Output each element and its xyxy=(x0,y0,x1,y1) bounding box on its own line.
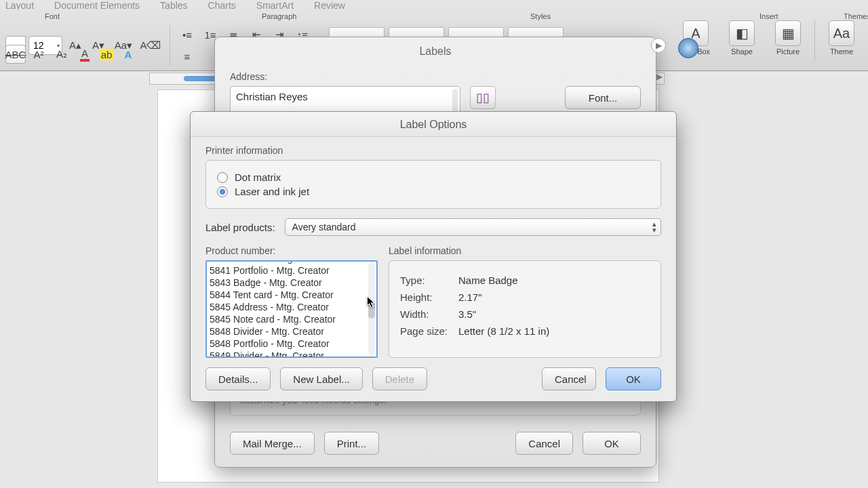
info-type-value: Name Badge xyxy=(458,274,518,286)
tab-charts[interactable]: Charts xyxy=(208,0,236,9)
info-height-value: 2.17" xyxy=(458,291,482,303)
info-width-value: 3.5" xyxy=(458,308,476,320)
tab-doc-elements[interactable]: Document Elements xyxy=(54,0,140,9)
label-products-label: Label products: xyxy=(205,222,275,233)
list-item[interactable]: 5848 Divider - Mtg. Creator xyxy=(210,325,367,338)
clear-formatting-icon[interactable]: A⌫ xyxy=(138,36,163,55)
delete-button[interactable]: Delete xyxy=(372,367,427,390)
printer-info-label: Printer information xyxy=(205,145,661,156)
radio-laser[interactable]: Laser and ink jet xyxy=(217,186,650,197)
new-label-button[interactable]: New Label... xyxy=(280,367,362,390)
labels-cancel-button[interactable]: Cancel xyxy=(515,432,573,455)
contacts-button[interactable]: ▯▯ xyxy=(470,86,496,109)
highlight-color-icon[interactable]: ab xyxy=(96,45,117,64)
list-item[interactable]: 5844 Tent card - Mtg. Creator xyxy=(210,289,367,301)
strikethrough-icon[interactable]: ABC xyxy=(5,45,26,64)
list-item[interactable]: 5845 Note card - Mtg. Creator xyxy=(210,313,367,325)
section-insert: Insert xyxy=(760,12,778,20)
section-paragraph: Paragraph xyxy=(262,12,296,20)
info-page-key: Page size: xyxy=(400,325,458,337)
section-font: Font xyxy=(45,12,60,20)
options-ok-button[interactable]: OK xyxy=(606,367,661,390)
info-height-key: Height: xyxy=(400,291,458,303)
radio-icon xyxy=(217,172,228,183)
list-item[interactable]: 5841 Portfolio - Mtg. Creator xyxy=(210,264,367,277)
address-label: Address: xyxy=(230,71,641,82)
scrollbar-thumb[interactable] xyxy=(368,301,375,319)
tab-layout[interactable]: Layout xyxy=(5,0,34,9)
options-cancel-button[interactable]: Cancel xyxy=(542,367,596,390)
tab-tables[interactable]: Tables xyxy=(160,0,187,9)
product-number-listbox[interactable]: 5840 Portfolio - Mtg. Creator 5841 Portf… xyxy=(205,260,378,358)
label-products-dropdown[interactable]: Avery standard ▴▾ xyxy=(285,218,661,236)
printer-info-group: Dot matrix Laser and ink jet xyxy=(205,160,661,209)
insert-picture[interactable]: ▦Picture xyxy=(768,20,808,56)
font-color-icon[interactable]: A xyxy=(75,45,95,64)
tab-review[interactable]: Review xyxy=(314,0,345,9)
styles-scroll-right-icon[interactable]: ▶ xyxy=(651,38,666,53)
labels-ok-button[interactable]: OK xyxy=(583,432,641,455)
product-number-label: Product number: xyxy=(205,245,378,256)
text-effects-icon[interactable]: A xyxy=(118,45,138,64)
themes-icon: Aa xyxy=(829,20,854,46)
details-button[interactable]: Details... xyxy=(205,367,271,390)
help-icon[interactable] xyxy=(678,38,698,58)
chevron-updown-icon: ▴▾ xyxy=(652,221,656,233)
align-left-icon[interactable]: ≡ xyxy=(177,47,197,66)
list-item[interactable]: 5849 Divider - Mtg. Creator xyxy=(210,350,367,358)
tab-smartart[interactable]: SmartArt xyxy=(256,0,294,9)
list-item[interactable]: 5848 Portfolio - Mtg. Creator xyxy=(210,338,367,350)
label-options-dialog: Label Options Printer information Dot ma… xyxy=(190,111,677,402)
section-themes: Themes xyxy=(844,12,868,20)
ribbon-tabs: Layout Document Elements Tables Charts S… xyxy=(0,0,868,9)
section-styles: Styles xyxy=(530,12,551,20)
insert-shape[interactable]: ◧Shape xyxy=(722,20,762,56)
label-options-title: Label Options xyxy=(191,112,676,137)
info-page-value: Letter (8 1/2 x 11 in) xyxy=(458,325,549,337)
superscript-icon[interactable]: A² xyxy=(28,45,49,64)
font-button[interactable]: Font... xyxy=(565,86,641,109)
print-button[interactable]: Print... xyxy=(324,432,379,455)
label-information-box: Type:Name Badge Height:2.17" Width:3.5" … xyxy=(389,260,661,358)
list-item[interactable]: 5843 Badge - Mtg. Creator xyxy=(210,277,367,289)
radio-dot-matrix[interactable]: Dot matrix xyxy=(217,171,650,183)
info-width-key: Width: xyxy=(400,308,458,320)
address-book-icon: ▯▯ xyxy=(476,90,490,105)
themes-button[interactable]: AaTheme xyxy=(822,20,861,56)
subscript-icon[interactable]: A₂ xyxy=(52,45,72,64)
shape-icon: ◧ xyxy=(729,20,755,46)
mail-merge-button[interactable]: Mail Merge... xyxy=(230,432,315,455)
radio-icon xyxy=(217,186,228,197)
list-item[interactable]: 5845 Address - Mtg. Creator xyxy=(210,301,367,313)
info-type-key: Type: xyxy=(400,274,458,286)
labels-dialog-title: Labels xyxy=(215,37,656,62)
picture-icon: ▦ xyxy=(775,20,801,46)
bullets-icon[interactable]: •≡ xyxy=(177,25,197,44)
label-information-heading: Label information xyxy=(389,245,661,256)
ruler-chevron-icon[interactable]: ▶ xyxy=(656,72,667,83)
